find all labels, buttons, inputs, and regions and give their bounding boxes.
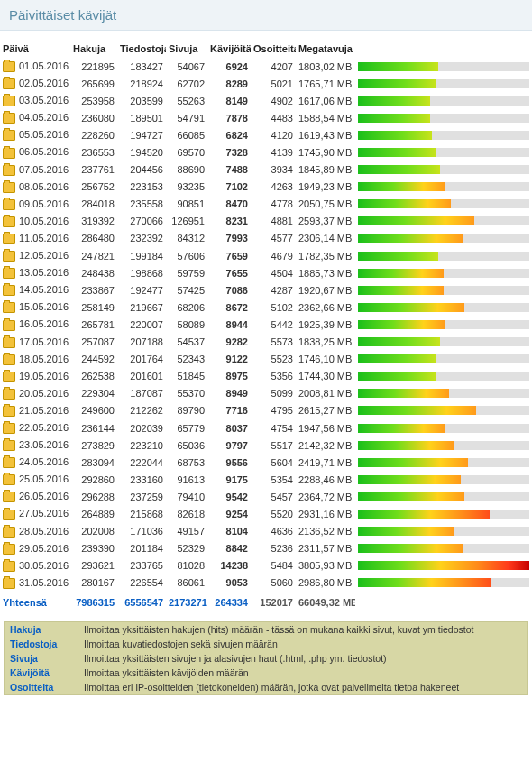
date-link[interactable]: 08.05.2016 <box>19 181 69 192</box>
usage-bar <box>358 62 529 71</box>
col-pages: Sivuja <box>166 40 207 58</box>
usage-bar <box>358 458 529 467</box>
cell-files: 202039 <box>117 419 166 436</box>
folder-icon <box>3 216 15 227</box>
date-link[interactable]: 21.05.2016 <box>19 405 69 416</box>
date-link[interactable]: 30.05.2016 <box>19 560 69 571</box>
date-link[interactable]: 13.05.2016 <box>19 267 69 278</box>
cell-mb: 1803,02 MB <box>296 58 355 75</box>
date-link[interactable]: 06.05.2016 <box>19 146 69 157</box>
folder-icon <box>3 148 15 159</box>
date-link[interactable]: 07.05.2016 <box>19 164 69 175</box>
col-bar <box>355 40 532 58</box>
cell-hits: 280167 <box>70 574 117 592</box>
cell-mb: 2008,81 MB <box>296 385 355 402</box>
cell-bar <box>355 540 532 557</box>
date-link[interactable]: 19.05.2016 <box>19 371 69 381</box>
date-link[interactable]: 25.05.2016 <box>19 473 69 484</box>
date-link[interactable]: 14.05.2016 <box>19 284 69 295</box>
date-link[interactable]: 28.05.2016 <box>19 526 69 537</box>
date-link[interactable]: 18.05.2016 <box>19 354 69 364</box>
date-link[interactable]: 01.05.2016 <box>19 60 69 71</box>
date-link[interactable]: 02.05.2016 <box>19 78 69 88</box>
cell-pages: 66085 <box>166 126 207 143</box>
cell-files: 171036 <box>117 523 166 540</box>
cell-visitors: 14238 <box>207 557 251 574</box>
col-hosts: Osoitteita <box>251 40 296 58</box>
date-link[interactable]: 03.05.2016 <box>19 95 69 106</box>
cell-visitors: 7655 <box>207 264 251 281</box>
cell-files: 204456 <box>117 161 166 179</box>
usage-bar <box>358 389 529 398</box>
cell-mb: 1782,35 MB <box>296 247 355 264</box>
cell-hits: 237761 <box>70 161 117 179</box>
cell-hosts: 5356 <box>251 368 296 385</box>
cell-bar <box>355 92 532 109</box>
cell-files: 194520 <box>117 143 166 161</box>
legend-key: Hakuja <box>5 622 78 637</box>
cell-visitors: 7488 <box>207 161 251 179</box>
date-link[interactable]: 23.05.2016 <box>19 439 69 450</box>
usage-bar <box>358 372 529 381</box>
cell-mb: 1838,25 MB <box>296 334 355 351</box>
date-link[interactable]: 12.05.2016 <box>19 250 69 261</box>
col-mb: Megatavuja <box>296 40 355 58</box>
date-link[interactable]: 04.05.2016 <box>19 112 69 123</box>
date-link[interactable]: 24.05.2016 <box>19 456 69 467</box>
cell-files: 233160 <box>117 471 166 488</box>
cell-hits: 256752 <box>70 179 117 196</box>
date-link[interactable]: 29.05.2016 <box>19 543 69 554</box>
folder-icon <box>3 61 15 72</box>
cell-hosts: 5442 <box>251 316 296 333</box>
cell-hits: 284018 <box>70 196 117 213</box>
cell-bar <box>355 574 532 592</box>
table-row: 06.05.201623655319452069570732841391745,… <box>0 143 532 161</box>
cell-date: 31.05.2016 <box>0 574 70 592</box>
daily-visitors-table: Päivä Hakuja Tiedostoja Sivuja Kävijöitä… <box>0 40 532 611</box>
cell-pages: 126951 <box>166 213 207 230</box>
legend-row: KävijöitäIlmoittaa yksittäisten kävijöid… <box>5 666 527 680</box>
cell-hits: 264889 <box>70 505 117 522</box>
date-link[interactable]: 17.05.2016 <box>19 336 69 347</box>
cell-visitors: 8672 <box>207 299 251 316</box>
usage-bar <box>358 544 529 553</box>
cell-hosts: 5021 <box>251 75 296 92</box>
cell-pages: 84312 <box>166 230 207 247</box>
folder-icon <box>3 251 15 262</box>
total-pages: 2173271 <box>166 592 207 611</box>
cell-hosts: 5604 <box>251 454 296 471</box>
cell-bar <box>355 557 532 574</box>
total-visitors: 264334 <box>207 592 251 611</box>
date-link[interactable]: 10.05.2016 <box>19 216 69 226</box>
cell-pages: 62702 <box>166 75 207 92</box>
usage-bar <box>358 424 529 433</box>
cell-files: 183427 <box>117 58 166 75</box>
date-link[interactable]: 11.05.2016 <box>19 233 69 243</box>
table-row: 30.05.2016293621233765810281423854843805… <box>0 557 532 574</box>
cell-files: 203599 <box>117 92 166 109</box>
cell-mb: 1745,90 MB <box>296 143 355 161</box>
date-link[interactable]: 26.05.2016 <box>19 491 69 501</box>
date-link[interactable]: 16.05.2016 <box>19 318 69 329</box>
date-link[interactable]: 27.05.2016 <box>19 508 69 519</box>
cell-hits: 236080 <box>70 109 117 126</box>
cell-mb: 2362,66 MB <box>296 299 355 316</box>
folder-icon <box>3 544 15 555</box>
cell-visitors: 8842 <box>207 540 251 557</box>
usage-bar <box>358 337 529 346</box>
date-link[interactable]: 05.05.2016 <box>19 129 69 140</box>
folder-icon <box>3 492 15 502</box>
cell-visitors: 7659 <box>207 247 251 264</box>
date-link[interactable]: 22.05.2016 <box>19 422 69 433</box>
date-link[interactable]: 09.05.2016 <box>19 198 69 209</box>
folder-icon <box>3 337 15 348</box>
cell-hits: 248438 <box>70 264 117 281</box>
cell-pages: 55370 <box>166 385 207 402</box>
cell-visitors: 9282 <box>207 334 251 351</box>
legend-key: Kävijöitä <box>5 666 78 680</box>
cell-files: 223210 <box>117 436 166 454</box>
date-link[interactable]: 15.05.2016 <box>19 301 69 312</box>
legend-key: Osoitteita <box>5 680 78 694</box>
date-link[interactable]: 31.05.2016 <box>19 577 69 588</box>
date-link[interactable]: 20.05.2016 <box>19 388 69 399</box>
